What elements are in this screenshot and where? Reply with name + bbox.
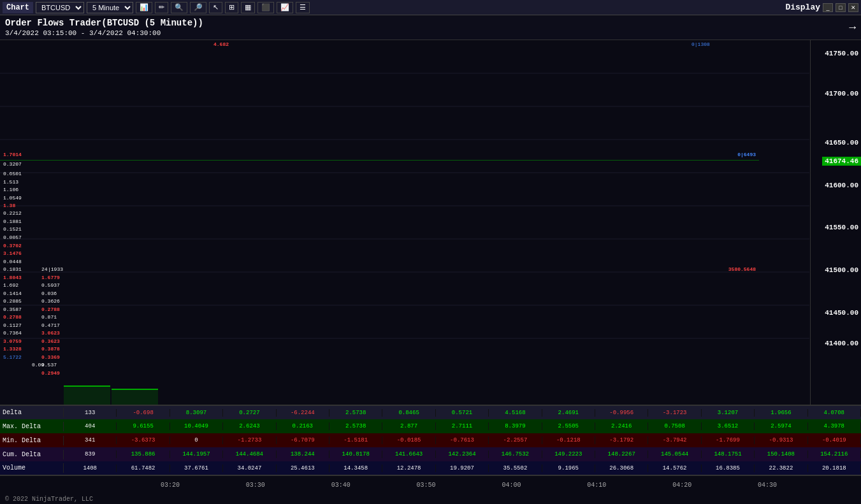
- volume-cell: 35.5502: [489, 464, 542, 472]
- price-41500: 41500.00: [825, 266, 858, 274]
- mindelta-cell: -0.1218: [542, 436, 595, 444]
- delta-cell: 0.2727: [223, 409, 276, 417]
- time-tick-7: 04:20: [639, 482, 725, 489]
- delta-area: Delta 133 -0.698 8.3097 0.2727 -6.2244 2…: [0, 405, 861, 475]
- time-tick-5: 04:00: [469, 482, 554, 489]
- maxdelta-cell: 2.5974: [755, 422, 807, 430]
- volume-cell: 61.7482: [117, 464, 170, 472]
- delta-cell: 2.4691: [542, 409, 595, 417]
- columns-icon[interactable]: ▦: [241, 2, 255, 13]
- order-flow-area: 4.682 0|1308 1.7014 0.3207 0.6501 1.513 …: [0, 40, 810, 405]
- time-tick-6: 04:10: [554, 482, 639, 489]
- price-41550: 41550.00: [825, 224, 858, 231]
- delta-cell: 4.5168: [489, 409, 542, 417]
- mindelta-cell: -1.2733: [223, 436, 276, 444]
- delta-cell: 8.3097: [170, 409, 223, 417]
- time-tick-2: 03:30: [213, 482, 298, 489]
- price-41750: 41750.00: [825, 50, 858, 57]
- time-tick-3: 03:40: [298, 482, 384, 489]
- maxdelta-cell: 2.7111: [436, 422, 489, 430]
- volume-cell: 20.1818: [808, 464, 861, 472]
- cumdelta-cell: 140.8178: [329, 450, 382, 458]
- mindelta-cell: -3.7942: [648, 436, 701, 444]
- cumdelta-cell: 144.4684: [223, 450, 276, 458]
- mindelta-cell: -0.4019: [808, 436, 861, 444]
- current-price: 41674.46: [822, 157, 861, 166]
- maxdelta-cell: 10.4049: [170, 422, 223, 430]
- volume-cell: 14.3458: [329, 464, 382, 472]
- maxdelta-cell: 404: [64, 422, 117, 430]
- cumdelta-cell: 144.1957: [170, 450, 223, 458]
- top-bar: Chart BTCUSD 5 Minute 📊 ✏ 🔍 🔎 ↖ ⊞ ▦ ⬛ 📈 …: [0, 0, 861, 15]
- mindelta-cell: 0: [170, 436, 223, 444]
- delta-cell: 133: [64, 409, 117, 417]
- delta-cell: -0.698: [117, 409, 170, 417]
- maxdelta-cell: 0.2163: [277, 422, 329, 430]
- time-tick-4: 03:50: [384, 482, 469, 489]
- mindelta-cell: 341: [64, 436, 117, 444]
- bar-chart-icon[interactable]: 📊: [136, 2, 152, 13]
- cursor-icon[interactable]: ↖: [209, 2, 222, 13]
- mindelta-label: Min. Delta: [0, 436, 64, 445]
- time-tick-8: 04:30: [725, 482, 810, 489]
- delta-cell: 4.0708: [808, 409, 861, 417]
- chart-title: Order Flows Trader(BTCUSD (5 Minute)): [5, 18, 203, 28]
- minimize-button[interactable]: _: [823, 3, 833, 12]
- delta-cell: 0.8465: [382, 409, 435, 417]
- chart-menu[interactable]: Chart: [3, 2, 33, 13]
- delta-cell: -0.9956: [595, 409, 648, 417]
- volume-cell: 12.2478: [382, 464, 435, 472]
- price-41450: 41450.00: [825, 309, 858, 317]
- mindelta-cell: -2.2557: [489, 436, 542, 444]
- maximize-button[interactable]: □: [836, 3, 846, 12]
- maxdelta-label: Max. Delta: [0, 422, 64, 431]
- delta-cell: 3.1207: [702, 409, 755, 417]
- zoom-out-icon[interactable]: 🔎: [190, 2, 206, 13]
- line-chart-icon[interactable]: 📈: [277, 2, 293, 13]
- cumdelta-cell: 145.0544: [648, 450, 701, 458]
- cumdelta-cell: 150.1408: [755, 450, 807, 458]
- delta-cell: 0.5721: [436, 409, 489, 417]
- maxdelta-cell: 4.3978: [808, 422, 861, 430]
- chart-dates: 3/4/2022 03:15:00 - 3/4/2022 04:30:00: [5, 29, 203, 37]
- maxdelta-cell: 2.5505: [542, 422, 595, 430]
- grid-icon[interactable]: ⊞: [225, 2, 238, 13]
- price-41650: 41650.00: [825, 139, 858, 147]
- maxdelta-cell: 3.6512: [702, 422, 755, 430]
- time-tick-1: 03:20: [127, 482, 213, 489]
- chart-header: Order Flows Trader(BTCUSD (5 Minute)) 3/…: [0, 15, 861, 40]
- volume-cell: 22.3822: [755, 464, 807, 472]
- cumdelta-cell: 154.2116: [808, 450, 861, 458]
- maxdelta-cell: 0.7508: [648, 422, 701, 430]
- time-axis: 03:20 03:30 03:40 03:50 04:00 04:10 04:2…: [0, 475, 861, 494]
- timeframe-select[interactable]: 5 Minute: [87, 2, 133, 13]
- chart-container: Order Flows Trader(BTCUSD (5 Minute)) 3/…: [0, 15, 861, 504]
- pencil-icon[interactable]: ✏: [155, 2, 168, 13]
- delta-cell: 1.9656: [755, 409, 807, 417]
- copyright: © 2022 NinjaTrader, LLC: [0, 494, 861, 504]
- volume-cell: 34.0247: [223, 464, 276, 472]
- volume-cell: 1408: [64, 464, 117, 472]
- volume-cell: 9.1965: [542, 464, 595, 472]
- symbol-select[interactable]: BTCUSD: [36, 2, 84, 13]
- cumdelta-cell: 839: [64, 450, 117, 458]
- close-button[interactable]: ✕: [848, 3, 858, 12]
- mindelta-cell: -6.7079: [277, 436, 329, 444]
- table-icon[interactable]: ☰: [296, 2, 310, 13]
- cumdelta-label: Cum. Delta: [0, 450, 64, 459]
- candles-icon[interactable]: ⬛: [257, 2, 274, 13]
- volume-cell: 25.4613: [277, 464, 329, 472]
- cumdelta-cell: 138.244: [277, 450, 329, 458]
- mindelta-cell: -0.0185: [382, 436, 435, 444]
- chart-arrow: →: [849, 21, 856, 34]
- maxdelta-cell: 2.6243: [223, 422, 276, 430]
- price-41700: 41700.00: [825, 90, 858, 97]
- delta-cell: -6.2244: [277, 409, 329, 417]
- volume-cell: 37.6761: [170, 464, 223, 472]
- zoom-in-icon[interactable]: 🔍: [171, 2, 187, 13]
- price-41600: 41600.00: [825, 182, 858, 189]
- volume-cell: 19.9207: [436, 464, 489, 472]
- delta-cell: 2.5738: [329, 409, 382, 417]
- cumdelta-cell: 149.2223: [542, 450, 595, 458]
- volume-cell: 14.5762: [648, 464, 701, 472]
